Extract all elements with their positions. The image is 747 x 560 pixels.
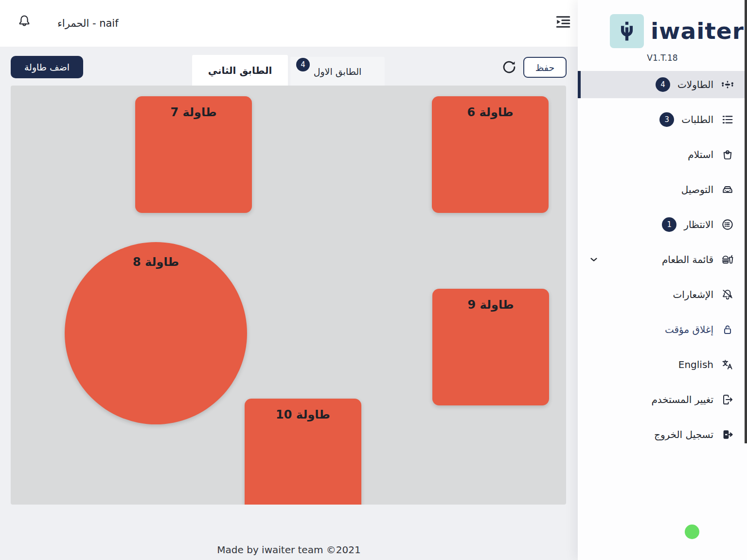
sidebar-item-label: الانتظار [684, 219, 713, 230]
topbar: الحمراء - naif [0, 0, 578, 47]
sidebar-collapse-icon[interactable] [554, 13, 572, 31]
add-table-button[interactable]: اضف طاولة [11, 56, 83, 78]
floor-canvas: طاولة 7 طاولة 6 طاولة 8 طاولة 9 طاولة 10 [11, 86, 566, 505]
sidebar-item-label: تغيير المستخدم [651, 394, 713, 405]
table-6-label: طاولة 6 [432, 96, 549, 119]
refresh-icon[interactable] [500, 58, 518, 76]
sidebar-item-pickup[interactable]: استلام [578, 141, 747, 168]
sidebar-item-orders[interactable]: الطلبات 3 [578, 106, 747, 133]
sidebar-item-label: تسجيل الخروج [654, 429, 713, 440]
iwaiter-logo-icon [610, 14, 644, 48]
pickup-bag-icon [721, 148, 734, 161]
table-7[interactable]: طاولة 7 [135, 96, 252, 213]
sidebar-item-switch-user[interactable]: تغيير المستخدم [578, 386, 747, 413]
chevron-down-icon [588, 254, 599, 265]
food-menu-icon [721, 253, 734, 266]
sidebar-item-tables[interactable]: الطاولات 4 [578, 71, 747, 98]
footer-credit: Made by iwaiter team ©2021 [0, 544, 578, 556]
sidebar-item-delivery[interactable]: التوصيل [578, 176, 747, 203]
app-version: V1.T.18 [578, 53, 747, 63]
tab-floor-first[interactable]: الطابق الاول 4 [290, 57, 385, 86]
save-button[interactable]: حفظ [523, 57, 567, 78]
table-9[interactable]: طاولة 9 [432, 289, 549, 405]
sidebar-item-label: English [678, 359, 713, 370]
tab-floor-first-label: الطابق الاول [314, 66, 362, 77]
orders-list-icon [721, 113, 734, 126]
sidebar-item-label: التوصيل [681, 184, 713, 195]
sidebar-item-notifications[interactable]: الإشعارات [578, 281, 747, 308]
brand-wordmark: iwaiter [651, 16, 744, 46]
page-title: الحمراء - naif [57, 0, 119, 47]
table-6[interactable]: طاولة 6 [432, 96, 549, 213]
notifications-off-icon [721, 288, 734, 301]
scrollbar[interactable] [745, 0, 747, 443]
waiting-list-icon [721, 218, 734, 231]
sidebar-item-label: الطلبات [681, 114, 713, 125]
sidebar-item-label: الإشعارات [673, 289, 713, 300]
table-10[interactable]: طاولة 10 [245, 399, 361, 505]
sidebar-item-language[interactable]: English [578, 351, 747, 378]
sidebar-item-label: قائمة الطعام [662, 254, 713, 265]
delivery-car-icon [721, 183, 734, 196]
table-10-label: طاولة 10 [245, 399, 361, 421]
sidebar-item-label: الطاولات [677, 79, 713, 90]
temp-close-lock-icon [721, 323, 734, 336]
switch-user-icon [721, 393, 734, 406]
tables-icon [721, 78, 734, 91]
sidebar-item-waiting[interactable]: الانتظار 1 [578, 211, 747, 238]
online-status-dot [685, 525, 699, 539]
waiting-count-badge: 1 [662, 217, 676, 232]
tables-count-badge: 4 [656, 77, 670, 92]
sidebar-item-label: استلام [688, 149, 713, 160]
sidebar: iwaiter V1.T.18 الطاولات 4 [578, 0, 747, 560]
sidebar-item-logout[interactable]: تسجيل الخروج [578, 421, 747, 448]
app-screen: الحمراء - naif اضف طاولة الطابق الثاني ا… [0, 0, 747, 560]
sidebar-item-temp-close[interactable]: إغلاق مؤقت [578, 316, 747, 343]
tab-floor-second[interactable]: الطابق الثاني [192, 55, 288, 86]
table-7-label: طاولة 7 [135, 96, 252, 119]
sidebar-item-food-menu[interactable]: قائمة الطعام [578, 246, 747, 273]
orders-count-badge: 3 [659, 112, 674, 127]
sidebar-item-label: إغلاق مؤقت [665, 324, 713, 335]
table-8[interactable]: طاولة 8 [65, 242, 247, 424]
logout-icon [721, 428, 734, 441]
language-icon [721, 358, 734, 371]
table-8-label: طاولة 8 [65, 242, 247, 269]
tab-floor-first-badge: 4 [296, 58, 310, 71]
table-9-label: طاولة 9 [432, 289, 549, 312]
notifications-bell-icon[interactable] [16, 13, 33, 30]
